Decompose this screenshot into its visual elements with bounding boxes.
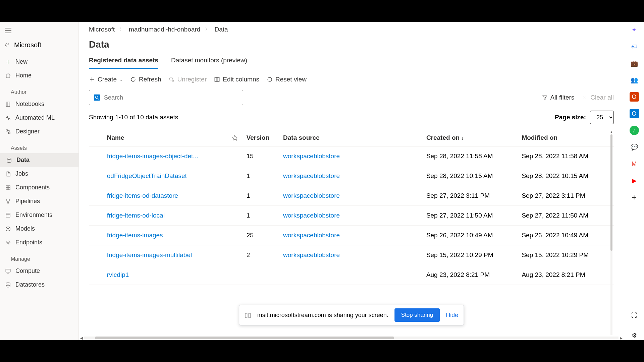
sidebar-notebooks[interactable]: Notebooks bbox=[0, 97, 78, 111]
col-name[interactable]: Name bbox=[104, 129, 228, 146]
datastores-icon bbox=[5, 282, 11, 288]
menu-toggle[interactable] bbox=[0, 24, 78, 37]
pause-icon[interactable]: ▯▯ bbox=[245, 311, 251, 319]
vertical-scrollbar[interactable]: ▲ ▼ bbox=[609, 129, 614, 340]
horizontal-scrollbar[interactable]: ◀ ▶ bbox=[79, 336, 624, 340]
people-icon[interactable]: 👥 bbox=[630, 75, 639, 85]
cell-version: 2 bbox=[243, 245, 280, 265]
asset-name-link[interactable]: fridge-items-images-object-det... bbox=[107, 153, 198, 160]
sidebar-home[interactable]: Home bbox=[0, 69, 78, 82]
sidebar-jobs[interactable]: Jobs bbox=[0, 167, 78, 181]
messenger-icon[interactable]: 💬 bbox=[630, 142, 639, 152]
table-row[interactable]: odFridgeObjectTrainDataset 1 workspacebl… bbox=[89, 166, 614, 186]
asset-name-link[interactable]: fridge-items-od-datastore bbox=[107, 192, 178, 199]
cell-created: Sep 27, 2022 3:11 PM bbox=[423, 186, 519, 206]
search-input-wrapper[interactable] bbox=[89, 90, 243, 105]
sidebar-components[interactable]: Components bbox=[0, 181, 78, 194]
cell-created: Sep 26, 2022 10:49 AM bbox=[423, 226, 519, 245]
refresh-button[interactable]: Refresh bbox=[130, 76, 161, 83]
table-row[interactable]: fridge-items-od-local 1 workspaceblobsto… bbox=[89, 206, 614, 226]
scroll-right-icon[interactable]: ▶ bbox=[619, 336, 624, 340]
tab-dataset-monitors[interactable]: Dataset monitors (preview) bbox=[171, 57, 247, 69]
section-manage: Manage bbox=[0, 249, 78, 264]
youtube-icon[interactable]: ▶ bbox=[630, 176, 639, 185]
edit-columns-button[interactable]: Edit columns bbox=[214, 76, 259, 83]
sidebar-models[interactable]: Models bbox=[0, 222, 78, 236]
asset-name-link[interactable]: fridge-items-od-local bbox=[107, 212, 165, 219]
columns-icon bbox=[214, 76, 220, 82]
svg-rect-29 bbox=[215, 77, 219, 81]
settings-icon[interactable]: ⚙ bbox=[630, 331, 639, 340]
all-filters-button[interactable]: All filters bbox=[542, 94, 575, 101]
datasource-link[interactable]: workspaceblobstore bbox=[283, 212, 340, 219]
copilot-icon[interactable]: ✦ bbox=[630, 25, 639, 35]
pipelines-icon bbox=[5, 198, 11, 205]
button-label: Create bbox=[98, 76, 117, 83]
cell-created: Sep 15, 2022 10:29 PM bbox=[423, 245, 519, 265]
tab-registered-assets[interactable]: Registered data assets bbox=[89, 57, 158, 69]
tag-icon[interactable]: 🏷 bbox=[630, 42, 639, 51]
back-link[interactable]: Microsoft bbox=[0, 37, 78, 55]
search-input[interactable] bbox=[104, 94, 239, 101]
sidebar-new[interactable]: New bbox=[0, 55, 78, 69]
cell-modified: Sep 26, 2022 10:49 AM bbox=[518, 226, 614, 245]
asset-name-link[interactable]: rvlcdip1 bbox=[107, 271, 129, 278]
svg-rect-15 bbox=[8, 188, 10, 189]
cell-modified: Sep 28, 2022 10:15 AM bbox=[518, 166, 614, 186]
col-favorite[interactable] bbox=[228, 129, 243, 146]
table-row[interactable]: fridge-items-images-multilabel 2 workspa… bbox=[89, 245, 614, 265]
outlook-icon[interactable]: O bbox=[630, 109, 639, 118]
cell-modified: Sep 28, 2022 11:58 AM bbox=[518, 146, 614, 166]
create-button[interactable]: Create ⌄ bbox=[89, 76, 123, 83]
gmail-icon[interactable]: M bbox=[630, 159, 639, 169]
reset-view-button[interactable]: Reset view bbox=[267, 76, 307, 83]
col-version[interactable]: Version bbox=[243, 129, 280, 146]
sidebar-designer[interactable]: Designer bbox=[0, 125, 78, 138]
asset-name-link[interactable]: odFridgeObjectTrainDataset bbox=[107, 172, 187, 179]
main-content: Microsoft 〉 madhumaddi-hd-onboard 〉 Data… bbox=[79, 22, 624, 340]
breadcrumb-item[interactable]: Microsoft bbox=[89, 26, 115, 33]
back-label: Microsoft bbox=[14, 41, 41, 49]
col-source[interactable]: Data source bbox=[280, 129, 423, 146]
breadcrumb-item[interactable]: madhumaddi-hd-onboard bbox=[129, 26, 200, 33]
datasource-link[interactable]: workspaceblobstore bbox=[283, 172, 340, 179]
asset-name-link[interactable]: fridge-items-images-multilabel bbox=[107, 251, 192, 258]
stop-sharing-button[interactable]: Stop sharing bbox=[394, 308, 440, 322]
table-row[interactable]: fridge-items-images-object-det... 15 wor… bbox=[89, 146, 614, 166]
cell-created: Sep 27, 2022 11:50 AM bbox=[423, 206, 519, 226]
sidebar-automl[interactable]: Automated ML bbox=[0, 111, 78, 125]
expand-icon[interactable]: ⛶ bbox=[630, 311, 639, 320]
scroll-left-icon[interactable]: ◀ bbox=[79, 336, 84, 340]
table-row[interactable]: rvlcdip1 Aug 23, 2022 8:21 PM Aug 23, 20… bbox=[89, 265, 614, 285]
briefcase-icon[interactable]: 💼 bbox=[630, 59, 639, 68]
office-icon[interactable]: O bbox=[630, 92, 639, 102]
spotify-icon[interactable]: ♪ bbox=[630, 126, 639, 135]
scroll-up-icon[interactable]: ▲ bbox=[609, 129, 614, 134]
sidebar-endpoints[interactable]: Endpoints bbox=[0, 236, 78, 249]
datasource-link[interactable]: workspaceblobstore bbox=[283, 251, 340, 258]
page-size-select[interactable]: 25 bbox=[590, 111, 614, 124]
add-app-icon[interactable]: + bbox=[630, 193, 639, 202]
sidebar-environments[interactable]: Environments bbox=[0, 208, 78, 222]
table-row[interactable]: fridge-items-images 25 workspaceblobstor… bbox=[89, 226, 614, 245]
col-created[interactable]: Created on↓ bbox=[423, 129, 519, 146]
col-modified[interactable]: Modified on bbox=[518, 129, 614, 146]
sidebar-datastores[interactable]: Datastores bbox=[0, 278, 78, 292]
sidebar-compute[interactable]: Compute bbox=[0, 264, 78, 278]
hide-link[interactable]: Hide bbox=[446, 312, 458, 319]
asset-name-link[interactable]: fridge-items-images bbox=[107, 232, 163, 239]
sidebar-pipelines[interactable]: Pipelines bbox=[0, 194, 78, 208]
sidebar-label: Compute bbox=[15, 267, 40, 275]
svg-rect-20 bbox=[6, 213, 10, 214]
sidebar-data[interactable]: Data bbox=[0, 153, 78, 167]
button-label: Refresh bbox=[139, 76, 161, 83]
plus-icon bbox=[5, 59, 11, 65]
datasource-link[interactable]: workspaceblobstore bbox=[283, 232, 340, 239]
breadcrumb-item: Data bbox=[214, 26, 228, 33]
breadcrumb: Microsoft 〉 madhumaddi-hd-onboard 〉 Data bbox=[89, 26, 614, 33]
table-row[interactable]: fridge-items-od-datastore 1 workspaceblo… bbox=[89, 186, 614, 206]
col-checkbox[interactable] bbox=[89, 129, 104, 146]
svg-rect-14 bbox=[6, 188, 8, 189]
datasource-link[interactable]: workspaceblobstore bbox=[283, 153, 340, 160]
datasource-link[interactable]: workspaceblobstore bbox=[283, 192, 340, 199]
